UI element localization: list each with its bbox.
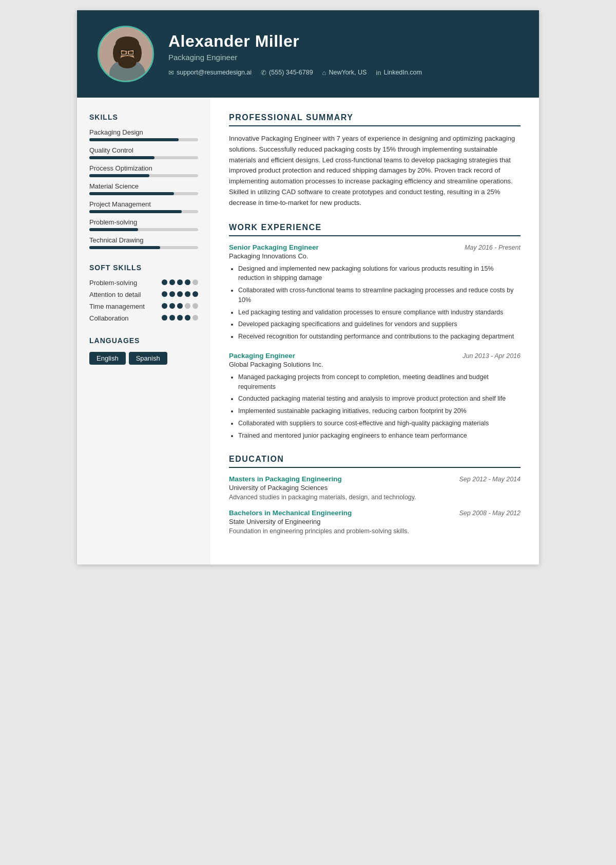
language-tag: Spanish bbox=[129, 352, 167, 365]
job-header: Packaging Engineer Jun 2013 - Apr 2016 bbox=[229, 352, 521, 360]
dot bbox=[185, 291, 190, 297]
resume-header: Alexander Miller Packaging Engineer ✉sup… bbox=[77, 10, 539, 98]
resume-document: Alexander Miller Packaging Engineer ✉sup… bbox=[77, 10, 539, 565]
language-tag: English bbox=[89, 352, 126, 365]
contact-icon: ✆ bbox=[261, 69, 266, 77]
main-content: PROFESSIONAL SUMMARY Innovative Packagin… bbox=[210, 98, 539, 565]
education-section: EDUCATION Masters in Packaging Engineeri… bbox=[229, 455, 521, 535]
resume-body: SKILLS Packaging Design Quality Control … bbox=[77, 98, 539, 565]
soft-skill-item: Collaboration bbox=[89, 314, 198, 322]
soft-skill-label: Collaboration bbox=[89, 314, 162, 322]
contact-item: inLinkedIn.com bbox=[376, 69, 421, 77]
job-dates: Jun 2013 - Apr 2016 bbox=[463, 352, 521, 360]
skill-label: Material Science bbox=[89, 182, 198, 190]
dot bbox=[192, 315, 198, 321]
contact-list: ✉support@resumedesign.ai✆(555) 345-6789⌂… bbox=[168, 69, 518, 77]
skills-title: SKILLS bbox=[89, 113, 198, 121]
dot bbox=[162, 303, 167, 309]
education-item: Bachelors in Mechanical Engineering Sep … bbox=[229, 509, 521, 535]
contact-text: LinkedIn.com bbox=[383, 69, 421, 76]
job-title: Packaging Engineer bbox=[229, 352, 295, 360]
job-bullet: Collaborated with cross-functional teams… bbox=[238, 286, 521, 305]
dot bbox=[192, 291, 198, 297]
skill-bar-bg bbox=[89, 138, 198, 141]
svg-rect-9 bbox=[129, 51, 133, 54]
dot bbox=[177, 279, 183, 285]
edu-desc: Advanced studies in packaging materials,… bbox=[229, 494, 521, 501]
education-list: Masters in Packaging Engineering Sep 201… bbox=[229, 475, 521, 535]
dot bbox=[169, 291, 175, 297]
dot bbox=[169, 315, 175, 321]
jobs-list: Senior Packaging Engineer May 2016 - Pre… bbox=[229, 243, 521, 441]
dot bbox=[192, 303, 198, 309]
job-bullet: Trained and mentored junior packaging en… bbox=[238, 431, 521, 441]
edu-dates: Sep 2008 - May 2012 bbox=[459, 510, 521, 517]
soft-skill-label: Time management bbox=[89, 303, 162, 310]
dot bbox=[169, 279, 175, 285]
edu-school: University of Packaging Sciences bbox=[229, 484, 521, 492]
dot bbox=[177, 303, 183, 309]
edu-desc: Foundation in engineering principles and… bbox=[229, 528, 521, 535]
contact-icon: ⌂ bbox=[322, 69, 326, 77]
skill-item: Quality Control bbox=[89, 146, 198, 159]
summary-text: Innovative Packaging Engineer with 7 yea… bbox=[229, 134, 521, 209]
candidate-title: Packaging Engineer bbox=[168, 53, 518, 62]
skill-bar-bg bbox=[89, 156, 198, 159]
dot bbox=[185, 303, 190, 309]
skill-label: Packaging Design bbox=[89, 128, 198, 136]
dot bbox=[162, 291, 167, 297]
candidate-name: Alexander Miller bbox=[168, 32, 518, 51]
dots bbox=[162, 314, 198, 321]
job-bullet: Developed packaging specifications and g… bbox=[238, 319, 521, 329]
contact-item: ✉support@resumedesign.ai bbox=[168, 69, 252, 77]
skill-bar-fill bbox=[89, 156, 155, 159]
header-info: Alexander Miller Packaging Engineer ✉sup… bbox=[168, 32, 518, 77]
job-bullet: Conducted packaging material testing and… bbox=[238, 394, 521, 404]
job-title: Senior Packaging Engineer bbox=[229, 243, 319, 251]
skill-bar-fill bbox=[89, 174, 149, 177]
dot bbox=[192, 279, 198, 285]
svg-point-7 bbox=[118, 56, 137, 68]
summary-title: PROFESSIONAL SUMMARY bbox=[229, 113, 521, 126]
languages-list: EnglishSpanish bbox=[89, 352, 198, 368]
contact-item: ✆(555) 345-6789 bbox=[261, 69, 313, 77]
skill-bar-fill bbox=[89, 192, 174, 195]
edu-school: State University of Engineering bbox=[229, 518, 521, 525]
skill-item: Technical Drawing bbox=[89, 236, 198, 249]
soft-skills-title: SOFT SKILLS bbox=[89, 264, 198, 272]
job-bullet: Implemented sustainable packaging initia… bbox=[238, 406, 521, 416]
skill-bar-bg bbox=[89, 210, 198, 213]
job-dates: May 2016 - Present bbox=[465, 244, 521, 251]
education-item: Masters in Packaging Engineering Sep 201… bbox=[229, 475, 521, 501]
edu-dates: Sep 2012 - May 2014 bbox=[459, 476, 521, 483]
skills-list: Packaging Design Quality Control Process… bbox=[89, 128, 198, 249]
job-bullets: Managed packaging projects from concept … bbox=[229, 372, 521, 441]
contact-text: NewYork, US bbox=[329, 69, 367, 76]
contact-text: support@resumedesign.ai bbox=[177, 69, 252, 76]
skill-item: Problem-solving bbox=[89, 218, 198, 231]
soft-skill-label: Attention to detail bbox=[89, 291, 162, 298]
svg-line-13 bbox=[118, 52, 120, 52]
job-item: Senior Packaging Engineer May 2016 - Pre… bbox=[229, 243, 521, 342]
svg-line-14 bbox=[134, 52, 137, 52]
job-item: Packaging Engineer Jun 2013 - Apr 2016 G… bbox=[229, 352, 521, 441]
contact-icon: ✉ bbox=[168, 69, 174, 77]
skill-label: Process Optimization bbox=[89, 164, 198, 172]
soft-skill-item: Time management bbox=[89, 303, 198, 310]
contact-icon: in bbox=[376, 69, 381, 77]
soft-skills-section: SOFT SKILLS Problem-solving Attention to… bbox=[89, 264, 198, 322]
soft-skill-item: Attention to detail bbox=[89, 291, 198, 298]
skill-item: Project Management bbox=[89, 200, 198, 213]
skill-bar-fill bbox=[89, 228, 138, 231]
job-company: Global Packaging Solutions Inc. bbox=[229, 361, 521, 368]
summary-section: PROFESSIONAL SUMMARY Innovative Packagin… bbox=[229, 113, 521, 209]
dots bbox=[162, 303, 198, 309]
job-bullet: Collaborated with suppliers to source co… bbox=[238, 419, 521, 428]
skill-bar-fill bbox=[89, 246, 160, 249]
dot bbox=[169, 303, 175, 309]
dot bbox=[162, 279, 167, 285]
edu-header: Masters in Packaging Engineering Sep 201… bbox=[229, 475, 521, 483]
skill-bar-bg bbox=[89, 174, 198, 177]
skill-label: Technical Drawing bbox=[89, 236, 198, 244]
skill-item: Packaging Design bbox=[89, 128, 198, 141]
